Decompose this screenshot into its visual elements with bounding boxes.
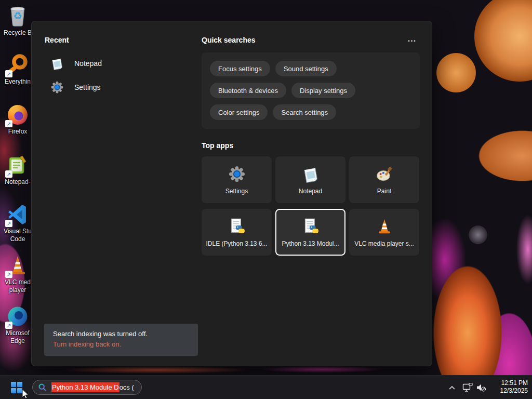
search-query-rest-text: ocs (: [119, 383, 134, 391]
tile-label: Python 3.13 Modul...: [282, 240, 339, 247]
clock-date: 12/3/2025: [500, 387, 528, 395]
desktop-icon-label: Visual Stu: [4, 228, 32, 235]
desktop-icon-label: Everythin: [5, 78, 31, 86]
recycle-icon: ♻: [6, 11, 30, 21]
notepad-icon: [50, 57, 64, 70]
paint-icon: [376, 165, 393, 183]
desktop-icon-label: Microsof: [6, 329, 29, 337]
desktop-icon-notepad-plus-plus[interactable]: ↗ Notepad-: [1, 153, 34, 186]
clock-time: 12:51 PM: [500, 379, 528, 387]
desktop-icon-recycle-bin[interactable]: ♻ Recycle B: [1, 4, 34, 37]
turn-indexing-on-link[interactable]: Turn indexing back on.: [53, 339, 189, 350]
quick-search-pill[interactable]: Color settings: [210, 104, 268, 120]
desktop-icon-firefox[interactable]: ↗ Firefox: [1, 103, 34, 136]
indexing-notice-message: Search indexing was turned off.: [53, 329, 189, 339]
network-ethernet-icon: [462, 383, 473, 392]
quick-search-pill[interactable]: Focus settings: [210, 61, 270, 76]
desktop-icon-label: Firefox: [8, 128, 28, 136]
quick-search-pill[interactable]: Display settings: [291, 83, 355, 98]
top-apps-grid: Settings Notepad: [202, 156, 420, 256]
chevron-up-icon: [449, 386, 455, 390]
shortcut-arrow-icon: ↗: [5, 170, 12, 178]
top-app-tile-settings[interactable]: Settings: [202, 156, 272, 203]
desktop-icon-label: Notepad-: [5, 178, 30, 186]
desktop-icon-label-line2: Code: [10, 235, 25, 243]
desktop: ♻ Recycle B ↗ Everythin ↗ Firefox: [0, 0, 532, 399]
more-options-button[interactable]: ...: [403, 33, 421, 45]
desktop-icon-label-line2: player: [9, 286, 26, 294]
shortcut-arrow-icon: ↗: [5, 70, 12, 77]
top-app-tile-vlc[interactable]: VLC media player s...: [349, 209, 419, 256]
python-doc-icon: [302, 218, 320, 235]
clock[interactable]: 12:51 PM 12/3/2025: [500, 379, 528, 395]
recent-item-label: Notepad: [74, 59, 102, 68]
top-app-tile-paint[interactable]: Paint: [349, 156, 419, 203]
shortcut-arrow-icon: ↗: [5, 271, 12, 278]
volume-muted-icon: [476, 383, 486, 392]
shortcut-arrow-icon: ↗: [5, 120, 12, 127]
top-app-tile-notepad[interactable]: Notepad: [275, 156, 345, 203]
quick-searches-box: Focus settings Sound settings Bluetooth …: [202, 52, 420, 129]
quick-search-pill[interactable]: Search settings: [273, 104, 336, 120]
search-icon: [38, 383, 47, 392]
desktop-icon-edge[interactable]: ↗ Microsof Edge: [1, 304, 34, 345]
indexing-notice: Search indexing was turned off. Turn ind…: [44, 324, 198, 356]
top-app-tile-python-module-docs[interactable]: Python 3.13 Modul...: [275, 209, 345, 256]
quick-searches-title: Quick searches: [202, 36, 256, 44]
recent-item-label: Settings: [74, 83, 101, 91]
windows-logo-icon: [11, 382, 22, 393]
tile-label: Notepad: [299, 188, 322, 195]
search-query-text: Python 3.13 Module Docs (: [51, 383, 134, 391]
desktop-icon-label: Recycle B: [4, 29, 32, 37]
vlc-cone-icon: [376, 218, 393, 235]
search-query-selected-text: Python 3.13 Module D: [51, 382, 119, 392]
desktop-icon-vscode[interactable]: ↗ Visual Stu Code: [1, 203, 34, 243]
recent-section-title: Recent: [45, 36, 69, 44]
tray-network-button[interactable]: [460, 380, 475, 395]
desktop-icon-everything[interactable]: ↗ Everythin: [1, 53, 34, 86]
desktop-icon-label: VLC med: [5, 278, 31, 286]
shortcut-arrow-icon: ↗: [5, 220, 12, 227]
top-app-tile-idle-python[interactable]: IDLE (Python 3.13 6...: [202, 209, 272, 256]
desktop-icon-vlc[interactable]: ↗ VLC med player: [1, 254, 34, 294]
quick-search-pill[interactable]: Sound settings: [275, 61, 337, 76]
settings-gear-icon: [228, 165, 246, 183]
python-doc-icon: [228, 218, 246, 235]
tile-label: Settings: [225, 188, 248, 195]
tile-label: IDLE (Python 3.13 6...: [206, 240, 267, 247]
top-apps-title: Top apps: [202, 141, 233, 150]
search-flyout-panel: Recent Notepad: [31, 21, 432, 366]
start-button[interactable]: [6, 377, 27, 398]
tray-chevron-up-button[interactable]: [445, 380, 459, 395]
tile-label: Paint: [377, 188, 391, 195]
shortcut-arrow-icon: ↗: [5, 322, 12, 329]
notepad-icon: [302, 165, 320, 183]
desktop-icon-label-line2: Edge: [10, 337, 25, 345]
recent-item-notepad[interactable]: Notepad: [44, 54, 195, 73]
taskbar: Python 3.13 Module Docs ( 12:51 PM: [0, 375, 532, 399]
tile-label: VLC media player s...: [354, 240, 414, 247]
recent-item-settings[interactable]: Settings: [44, 77, 195, 97]
quick-search-pill[interactable]: Bluetooth & devices: [210, 83, 286, 98]
taskbar-search-input[interactable]: Python 3.13 Module Docs (: [32, 380, 142, 395]
tray-volume-button[interactable]: [474, 380, 488, 395]
settings-gear-icon: [50, 81, 64, 94]
